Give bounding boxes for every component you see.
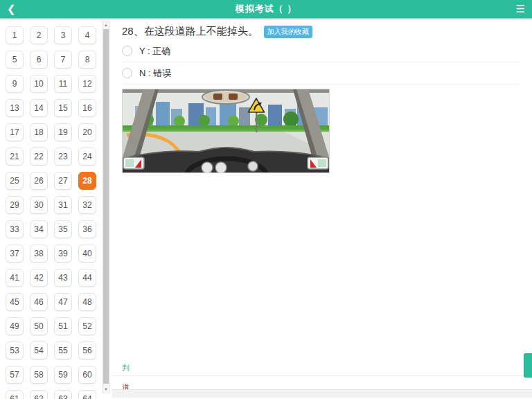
question-grid-sidebar: 1234567891011121314151617181920212223242… [0,19,112,398]
answer-option-n[interactable]: N : 错误 [122,62,520,85]
answer-option-label: Y : 正确 [139,45,170,57]
scroll-up-icon[interactable]: ▲ [103,21,109,28]
question-type-fragment: 判 [122,363,130,373]
add-favorite-button[interactable]: 加入我的收藏 [264,26,312,38]
scrollbar-thumb[interactable] [103,29,109,384]
question-number-button[interactable]: 11 [54,75,72,93]
question-number-button[interactable]: 35 [54,220,72,238]
question-number-button[interactable]: 50 [30,317,48,335]
app-header: ❮ 模拟考试（ ） ☰ [0,0,532,19]
question-number-button[interactable]: 59 [54,366,72,384]
question-number-button[interactable]: 54 [30,342,48,360]
question-number-button[interactable]: 4 [78,26,96,44]
question-row: 28、在这段道路上不能掉头。 加入我的收藏 [122,25,532,40]
scroll-down-icon[interactable]: ▼ [103,386,109,393]
question-number-button[interactable]: 60 [78,366,96,384]
question-number-button[interactable]: 25 [6,172,24,190]
question-number-button[interactable]: 1 [6,26,24,44]
question-number-button[interactable]: 19 [54,123,72,141]
question-number-button[interactable]: 56 [78,342,96,360]
back-icon[interactable]: ❮ [7,0,21,19]
question-number-button[interactable]: 8 [78,51,96,69]
question-number-button[interactable]: 18 [30,123,48,141]
question-number-button[interactable]: 33 [6,220,24,238]
question-number-button[interactable]: 38 [30,245,48,263]
question-number-button[interactable]: 6 [30,51,48,69]
question-number-button[interactable]: 63 [54,390,72,399]
question-number-button[interactable]: 36 [78,220,96,238]
question-number-button[interactable]: 14 [30,99,48,117]
question-number-button[interactable]: 7 [54,51,72,69]
question-number-button[interactable]: 42 [30,269,48,287]
question-title: 28、在这段道路上不能掉头。 [122,25,258,38]
question-number-button[interactable]: 31 [54,196,72,214]
question-number-button[interactable]: 17 [6,123,24,141]
question-number-button[interactable]: 23 [54,148,72,166]
question-panel: 28、在这段道路上不能掉头。 加入我的收藏 Y : 正确 N : 错误 [112,19,532,398]
radio-icon[interactable] [122,46,132,56]
question-number-button[interactable]: 12 [78,75,96,93]
sidebar-scrollbar[interactable]: ▲ ▼ [102,21,110,393]
question-number-button[interactable]: 49 [6,317,24,335]
question-number-button[interactable]: 53 [6,342,24,360]
question-number-button[interactable]: 51 [54,317,72,335]
question-number-button[interactable]: 24 [78,148,96,166]
question-number-button[interactable]: 43 [54,269,72,287]
rearview-mirror-icon [202,90,249,104]
question-number-button[interactable]: 21 [6,148,24,166]
question-number-button[interactable]: 32 [78,196,96,214]
question-number-button[interactable]: 57 [6,366,24,384]
question-number-button[interactable]: 37 [6,245,24,263]
question-number-button[interactable]: 34 [30,220,48,238]
next-question-button[interactable] [524,353,532,378]
question-number-button[interactable]: 13 [6,99,24,117]
question-number-button[interactable]: 48 [78,293,96,311]
left-side-mirror-icon [123,157,144,169]
question-number-button[interactable]: 61 [6,390,24,399]
question-number-button[interactable]: 30 [30,196,48,214]
question-number-button[interactable]: 20 [78,123,96,141]
question-number-button[interactable]: 9 [6,75,24,93]
question-scene-image [122,89,330,173]
answer-option-label: N : 错误 [139,67,171,80]
question-number-button[interactable]: 62 [30,390,48,399]
question-number-button[interactable]: 46 [30,293,48,311]
radio-icon[interactable] [122,68,132,78]
question-number-button[interactable]: 47 [54,293,72,311]
app-body: 1234567891011121314151617181920212223242… [0,19,532,398]
right-side-mirror-icon [308,157,328,169]
question-number-button[interactable]: 44 [78,269,96,287]
bottom-strip [112,389,532,398]
question-number-button[interactable]: 22 [30,148,48,166]
question-number-button[interactable]: 28 [78,172,96,190]
answer-option-y[interactable]: Y : 正确 [122,40,520,62]
question-number-grid: 1234567891011121314151617181920212223242… [0,19,112,399]
question-number-button[interactable]: 55 [54,342,72,360]
question-number-button[interactable]: 2 [30,26,48,44]
question-number-button[interactable]: 15 [54,99,72,117]
question-number-button[interactable]: 26 [30,172,48,190]
question-number-button[interactable]: 16 [78,99,96,117]
question-number-button[interactable]: 45 [6,293,24,311]
page-title: 模拟考试（ ） [236,3,297,15]
question-number-button[interactable]: 29 [6,196,24,214]
menu-icon[interactable]: ☰ [511,0,525,19]
question-number-button[interactable]: 39 [54,245,72,263]
question-number-button[interactable]: 64 [78,390,96,399]
question-number-button[interactable]: 52 [78,317,96,335]
question-number-button[interactable]: 3 [54,26,72,44]
question-number-button[interactable]: 10 [30,75,48,93]
question-number-button[interactable]: 58 [30,366,48,384]
question-number-button[interactable]: 40 [78,245,96,263]
question-number-button[interactable]: 41 [6,269,24,287]
question-number-button[interactable]: 5 [6,51,24,69]
divider [112,375,526,376]
question-number-button[interactable]: 27 [54,172,72,190]
